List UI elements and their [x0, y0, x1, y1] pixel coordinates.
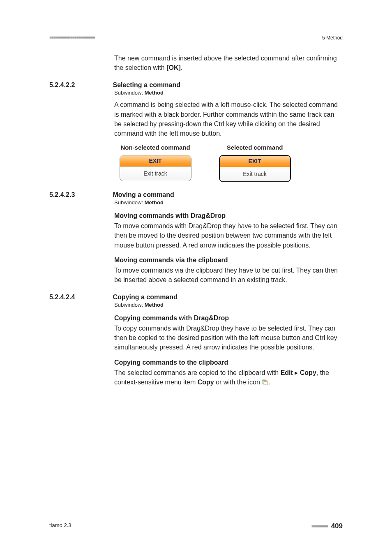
command-top-label: EXIT [220, 156, 290, 167]
section-number: 5.2.4.2.3 [49, 191, 111, 199]
footer-page-number: 409 [331, 522, 343, 530]
section-heading-moving: 5.2.4.2.3 Moving a command [49, 191, 343, 199]
header-chapter: 5 Method [322, 35, 343, 41]
context-copy-label: Copy [198, 379, 214, 386]
copy-icon [262, 378, 268, 384]
copy-text-3: or with the icon [214, 379, 262, 386]
footer-product: tiamo 2.3 [49, 522, 71, 528]
subwindow-value: Method [145, 199, 164, 206]
command-col-selected: Selected command EXIT Exit track [214, 144, 296, 182]
moving-dragdrop-heading: Moving commands with Drag&Drop [114, 212, 343, 220]
subwindow-line-3: Subwindow: Method [114, 302, 343, 308]
subwindow-line-2: Subwindow: Method [114, 199, 343, 206]
menu-edit-label: Edit [281, 369, 293, 376]
subwindow-label: Subwindow: [114, 199, 145, 206]
moving-dragdrop-paragraph: To move commands with Drag&Drop they hav… [114, 221, 343, 250]
menu-separator: ▸ [293, 369, 300, 376]
subwindow-value: Method [145, 302, 164, 308]
section-number: 5.2.4.2.4 [49, 294, 111, 301]
section-heading-selecting: 5.2.4.2.2 Selecting a command [49, 81, 343, 89]
copy-text-4: . [268, 379, 270, 386]
section-number: 5.2.4.2.2 [49, 81, 111, 89]
page-footer: tiamo 2.3 ■■■■■■■■ 409 [49, 522, 343, 530]
selected-header: Selected command [214, 144, 296, 151]
svg-rect-3 [264, 381, 267, 382]
section-title: Selecting a command [113, 81, 180, 89]
subwindow-line-1: Subwindow: Method [114, 90, 343, 96]
section-title: Copying a command [113, 294, 177, 301]
subwindow-label: Subwindow: [114, 90, 145, 96]
intro-ok-label: [OK] [166, 64, 181, 71]
intro-text-1: The new command is inserted above the se… [114, 55, 337, 71]
selected-command-box: EXIT Exit track [219, 155, 291, 182]
footer-stripes: ■■■■■■■■ [311, 524, 328, 528]
nonselected-header: Non-selected command [114, 144, 196, 151]
command-comparison-row: Non-selected command EXIT Exit track Sel… [114, 144, 343, 182]
copying-clipboard-paragraph: The selected commands are copied to the … [114, 368, 343, 387]
section-title: Moving a command [113, 191, 174, 199]
moving-clipboard-heading: Moving commands via the clipboard [114, 257, 343, 264]
moving-clipboard-paragraph: To move commands via the clipboard they … [114, 266, 343, 284]
copying-dragdrop-heading: Copying commands with Drag&Drop [114, 314, 343, 322]
subwindow-label: Subwindow: [114, 302, 145, 308]
page-header: ■■■■■■■■■■■■■■■■■■■■■■ 5 Method [49, 35, 343, 41]
section-heading-copying: 5.2.4.2.4 Copying a command [49, 294, 343, 301]
header-stripes: ■■■■■■■■■■■■■■■■■■■■■■ [49, 35, 95, 39]
selecting-paragraph: A command is being selected with a left … [114, 100, 343, 138]
command-col-nonselected: Non-selected command EXIT Exit track [114, 144, 196, 182]
nonselected-command-box: EXIT Exit track [120, 155, 191, 181]
copying-clipboard-heading: Copying commands to the clipboard [114, 359, 343, 366]
menu-copy-label: Copy [300, 369, 316, 376]
intro-paragraph: The new command is inserted above the se… [114, 53, 343, 72]
command-bottom-label: Exit track [220, 167, 290, 181]
subwindow-value: Method [145, 90, 164, 96]
intro-text-2: . [181, 64, 182, 71]
command-top-label: EXIT [120, 155, 191, 166]
copy-text-1: The selected commands are copied to the … [114, 369, 281, 376]
copying-dragdrop-paragraph: To copy commands with Drag&Drop they hav… [114, 324, 343, 352]
command-bottom-label: Exit track [120, 166, 191, 181]
